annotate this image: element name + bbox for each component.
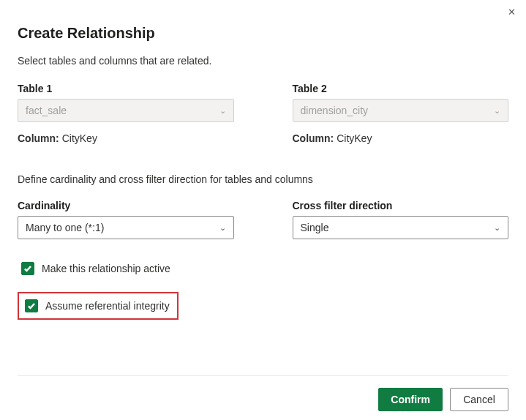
table2-select[interactable]: dimension_city ⌄ xyxy=(293,99,509,122)
table1-select[interactable]: fact_sale ⌄ xyxy=(18,99,234,122)
create-relationship-dialog: ✕ Create Relationship Select tables and … xyxy=(0,0,526,420)
integrity-checkbox[interactable] xyxy=(25,299,38,312)
chevron-down-icon: ⌄ xyxy=(219,106,226,116)
crossfilter-select[interactable]: Single ⌄ xyxy=(293,216,509,239)
dialog-footer: Confirm Cancel xyxy=(18,375,508,411)
table1-label: Table 1 xyxy=(18,83,234,94)
chevron-down-icon: ⌄ xyxy=(494,223,500,233)
confirm-button[interactable]: Confirm xyxy=(378,388,443,411)
table2-section: Table 2 dimension_city ⌄ Column: CityKey xyxy=(293,83,509,144)
crossfilter-label: Cross filter direction xyxy=(293,200,509,211)
checkmark-icon xyxy=(23,264,32,273)
cardinality-section: Cardinality Many to one (*:1) ⌄ xyxy=(18,200,234,239)
close-icon: ✕ xyxy=(508,7,516,18)
checkmark-icon xyxy=(27,301,36,310)
table1-column: Column: CityKey xyxy=(18,132,234,144)
cardinality-value: Many to one (*:1) xyxy=(26,222,104,233)
table2-label: Table 2 xyxy=(293,83,509,94)
table1-column-value: CityKey xyxy=(62,132,97,144)
cancel-button[interactable]: Cancel xyxy=(450,388,508,411)
table2-value: dimension_city xyxy=(301,105,369,116)
table2-column-value: CityKey xyxy=(337,132,372,144)
active-checkbox[interactable] xyxy=(21,262,34,275)
tables-row: Table 1 fact_sale ⌄ Column: CityKey Tabl… xyxy=(18,83,508,144)
crossfilter-value: Single xyxy=(301,222,329,233)
dialog-subtitle: Select tables and columns that are relat… xyxy=(18,55,508,67)
chevron-down-icon: ⌄ xyxy=(219,223,226,233)
integrity-checkbox-label: Assume referential integrity xyxy=(45,300,170,312)
chevron-down-icon: ⌄ xyxy=(494,106,500,116)
table1-section: Table 1 fact_sale ⌄ Column: CityKey xyxy=(18,83,234,144)
crossfilter-section: Cross filter direction Single ⌄ xyxy=(293,200,509,239)
table1-value: fact_sale xyxy=(26,105,67,116)
table2-column-label: Column: xyxy=(293,132,334,144)
cardinality-label: Cardinality xyxy=(18,200,234,211)
close-button[interactable]: ✕ xyxy=(505,4,519,20)
dialog-title: Create Relationship xyxy=(18,25,508,42)
active-checkbox-row: Make this relationship active xyxy=(18,258,176,279)
cardinality-select[interactable]: Many to one (*:1) ⌄ xyxy=(18,216,234,239)
define-text: Define cardinality and cross filter dire… xyxy=(18,173,508,185)
table1-column-label: Column: xyxy=(18,132,59,144)
table2-column: Column: CityKey xyxy=(293,132,509,144)
cardinality-row: Cardinality Many to one (*:1) ⌄ Cross fi… xyxy=(18,200,508,239)
active-checkbox-label: Make this relationship active xyxy=(42,263,170,274)
integrity-checkbox-row: Assume referential integrity xyxy=(18,292,179,320)
